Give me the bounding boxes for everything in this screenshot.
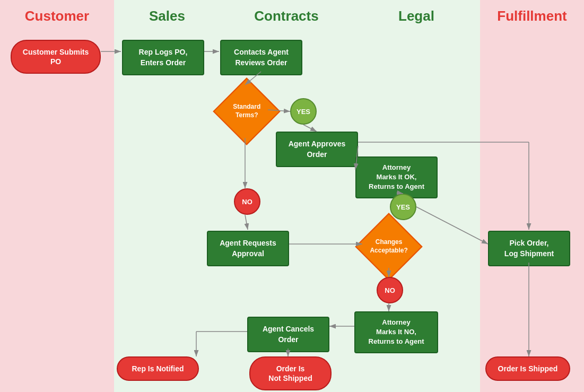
lane-sales: Sales <box>114 0 220 392</box>
customer-header: Customer <box>0 0 114 30</box>
lane-fulfillment: Fulfillment <box>480 0 584 392</box>
contracts-header: Contracts <box>220 0 353 30</box>
flowchart: Customer Sales Contracts Legal Fulfillme… <box>0 0 584 392</box>
lane-customer: Customer <box>0 0 114 392</box>
lane-legal: Legal <box>353 0 480 392</box>
sales-header: Sales <box>114 0 220 30</box>
legal-header: Legal <box>353 0 480 30</box>
lane-contracts: Contracts <box>220 0 353 392</box>
fulfillment-header: Fulfillment <box>480 0 584 30</box>
